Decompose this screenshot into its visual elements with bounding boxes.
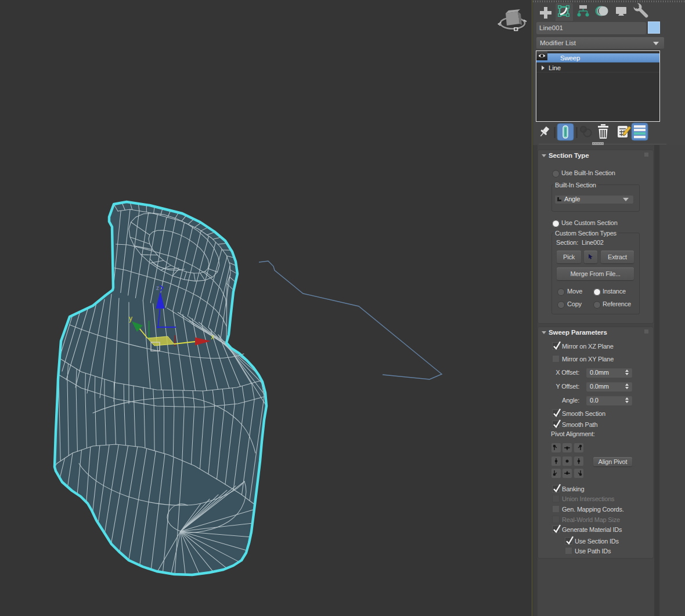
svg-text:y: y (129, 314, 132, 323)
svg-text:x: x (211, 333, 214, 341)
svg-text:z: z (156, 285, 159, 291)
